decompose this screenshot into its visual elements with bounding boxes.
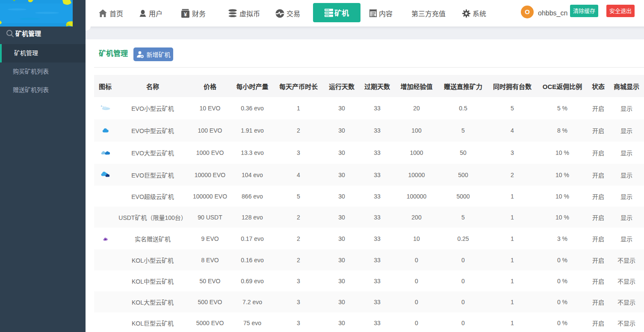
svg-text:¥: ¥ (184, 11, 187, 18)
